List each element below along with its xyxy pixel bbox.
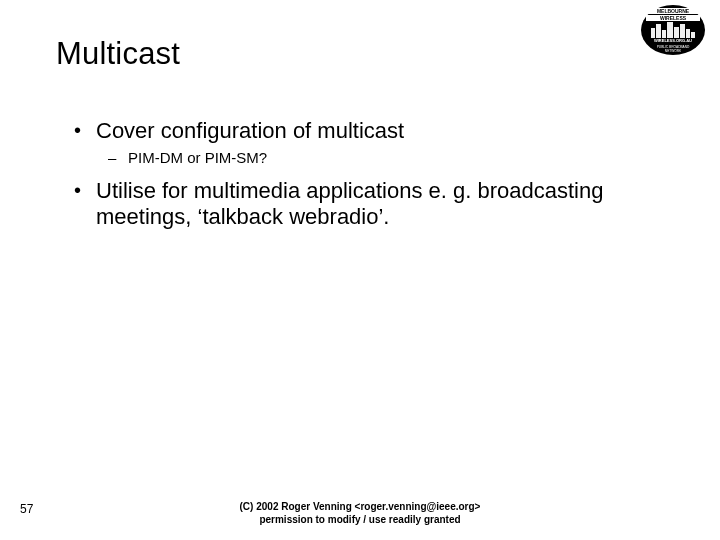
copyright-footer: (C) 2002 Roger Venning <roger.venning@ie… — [0, 501, 720, 526]
slide-title: Multicast — [56, 36, 180, 72]
footer-line-1: (C) 2002 Roger Venning <roger.venning@ie… — [0, 501, 720, 514]
logo-mid-text: WIRELESS — [660, 15, 687, 21]
bullet-level-1: Utilise for multimedia applications e. g… — [72, 178, 660, 231]
svg-rect-5 — [662, 30, 666, 38]
logo-sub-text: WIRELESS.ORG.AU — [654, 38, 692, 43]
slide: MELBOURNE WIRELESS WIRELESS.ORG.AU PUBLI… — [0, 0, 720, 540]
svg-rect-7 — [674, 27, 679, 38]
bullet-level-1: Cover configuration of multicast — [72, 118, 660, 144]
svg-rect-6 — [667, 22, 673, 38]
svg-rect-9 — [686, 29, 690, 38]
footer-line-2: permission to modify / use readily grant… — [0, 514, 720, 527]
svg-rect-8 — [680, 24, 685, 38]
svg-text:NETWORK: NETWORK — [665, 49, 682, 53]
logo-top-text: MELBOURNE — [657, 8, 690, 14]
slide-body: Cover configuration of multicast PIM-DM … — [72, 118, 660, 235]
melbourne-wireless-logo: MELBOURNE WIRELESS WIRELESS.ORG.AU PUBLI… — [640, 4, 706, 56]
bullet-level-2: PIM-DM or PIM-SM? — [72, 148, 660, 168]
svg-rect-3 — [651, 28, 655, 38]
svg-rect-4 — [656, 24, 661, 38]
